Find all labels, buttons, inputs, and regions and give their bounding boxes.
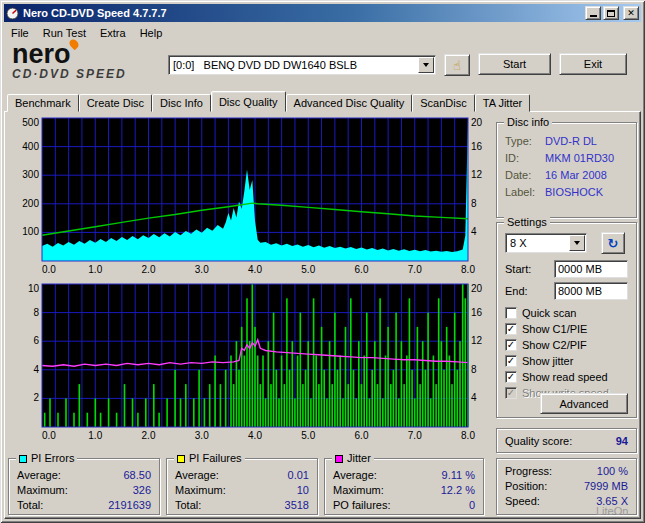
svg-text:1.0: 1.0	[88, 430, 102, 441]
progress-row: Progress:100 %	[497, 463, 636, 478]
svg-text:1.0: 1.0	[88, 264, 102, 275]
position-row: Position:7999 MB	[497, 478, 636, 493]
nero-logo-text: nero	[12, 42, 162, 66]
svg-text:6.0: 6.0	[355, 264, 369, 275]
checkbox-label: Show C2/PIF	[522, 339, 587, 351]
tab-benchmark[interactable]: Benchmark	[7, 94, 79, 112]
jitter-maximum-label: Maximum:	[333, 484, 384, 496]
position-value: 7999 MB	[584, 480, 628, 492]
tab-disc-info[interactable]: Disc Info	[152, 94, 211, 112]
svg-text:4: 4	[471, 392, 477, 403]
maximize-button[interactable]	[603, 6, 619, 20]
pi-errors-chart: 500400300200100201612840.01.02.03.04.05.…	[8, 115, 490, 279]
drive-action-button[interactable]: ☝	[444, 54, 470, 76]
speed-select-dropdown-button[interactable]	[569, 235, 585, 251]
pi-failures-stats-title: PI Failures	[174, 452, 245, 464]
exit-button[interactable]: Exit	[559, 53, 627, 75]
scan-start-label: Start:	[505, 263, 531, 275]
progress-value: 100 %	[597, 465, 628, 477]
svg-text:10: 10	[28, 283, 40, 294]
checkbox-label: Quick scan	[522, 307, 576, 319]
checkbox-show-c2-pif[interactable]: ✓Show C2/PIF	[505, 337, 632, 353]
quality-score-panel: Quality score:94	[496, 428, 637, 453]
checkbox-box[interactable]: ✓	[505, 339, 517, 351]
nero-logo: nero CD·DVD SPEED	[12, 42, 162, 81]
disc-info-panel: Disc info Type:DVD-R DL ID:MKM 01RD30 Da…	[496, 122, 637, 218]
checkbox-show-c1-pie[interactable]: ✓Show C1/PIE	[505, 321, 632, 337]
svg-text:7.0: 7.0	[408, 264, 422, 275]
tab-ta-jitter[interactable]: TA Jitter	[475, 94, 531, 112]
position-label: Position:	[505, 480, 547, 492]
po-failures-value: 0	[469, 499, 475, 511]
drive-select[interactable]: [0:0] BENQ DVD DD DW1640 BSLB	[168, 55, 436, 75]
refresh-speed-button[interactable]: ↻	[601, 232, 625, 254]
svg-text:400: 400	[22, 141, 39, 152]
chevron-down-icon	[423, 63, 429, 67]
pif-maximum-label: Maximum:	[175, 484, 226, 496]
app-icon	[6, 7, 19, 20]
tab-disc-quality[interactable]: Disc Quality	[211, 91, 286, 112]
svg-text:0.0: 0.0	[42, 430, 56, 441]
quality-score-label: Quality score:	[505, 435, 572, 447]
disc-type-label: Type:	[505, 135, 545, 147]
drive-select-dropdown-button[interactable]	[418, 57, 434, 73]
svg-text:5.0: 5.0	[301, 264, 315, 275]
svg-text:8: 8	[471, 364, 477, 375]
drive-select-value: [0:0] BENQ DVD DD DW1640 BSLB	[169, 59, 418, 71]
svg-text:20: 20	[471, 117, 483, 128]
disc-info-title: Disc info	[504, 116, 552, 128]
minimize-icon	[590, 10, 597, 17]
svg-text:12: 12	[471, 169, 483, 180]
scan-end-input[interactable]	[554, 282, 628, 300]
svg-text:5.0: 5.0	[301, 430, 315, 441]
scan-start-input[interactable]	[554, 260, 628, 278]
disc-label-label: Label:	[505, 186, 545, 198]
checkbox-show-read-speed[interactable]: ✓Show read speed	[505, 369, 632, 385]
tab-advanced-disc-quality[interactable]: Advanced Disc Quality	[286, 94, 413, 112]
svg-text:7.0: 7.0	[408, 430, 422, 441]
svg-text:4: 4	[33, 364, 39, 375]
svg-text:6.0: 6.0	[355, 430, 369, 441]
titlebar[interactable]: Nero CD-DVD Speed 4.7.7.7 ✕	[4, 4, 641, 22]
menu-help[interactable]: Help	[133, 25, 170, 41]
svg-text:3.0: 3.0	[195, 430, 209, 441]
settings-checkboxes: Quick scan✓Show C1/PIE✓Show C2/PIF✓Show …	[505, 305, 632, 401]
svg-text:300: 300	[22, 169, 39, 180]
pie-average-value: 68.50	[123, 469, 151, 481]
minimize-button[interactable]	[585, 6, 601, 20]
disc-date-value: 16 Mar 2008	[545, 169, 607, 181]
checkbox-quick-scan[interactable]: Quick scan	[505, 305, 632, 321]
tab-scandisc[interactable]: ScanDisc	[412, 94, 474, 112]
settings-panel: Settings 8 X ↻ Start: End: Quick scan✓Sh…	[496, 222, 637, 418]
close-button[interactable]: ✕	[623, 6, 639, 20]
svg-text:8.0: 8.0	[461, 430, 475, 441]
start-button[interactable]: Start	[478, 53, 551, 75]
advanced-button[interactable]: Advanced	[540, 393, 628, 414]
svg-text:20: 20	[471, 283, 483, 294]
disc-type-value: DVD-R DL	[545, 135, 597, 147]
checkbox-show-jitter[interactable]: ✓Show jitter	[505, 353, 632, 369]
disc-label-value: BIOSHOCK	[545, 186, 603, 198]
jitter-stats-title: Jitter	[332, 452, 374, 464]
svg-text:2: 2	[33, 392, 39, 403]
svg-text:16: 16	[471, 307, 483, 318]
scan-end-label: End:	[505, 285, 528, 297]
jitter-stats-panel: Jitter Average:9.11 % Maximum:12.2 % PO …	[324, 458, 484, 515]
pie-legend-icon	[19, 455, 27, 463]
refresh-icon: ↻	[608, 236, 619, 251]
pie-maximum-value: 326	[133, 484, 151, 496]
settings-title: Settings	[504, 216, 550, 228]
window-title: Nero CD-DVD Speed 4.7.7.7	[23, 7, 583, 19]
svg-text:8: 8	[471, 198, 477, 209]
checkbox-label: Show C1/PIE	[522, 323, 587, 335]
menu-extra[interactable]: Extra	[93, 25, 133, 41]
checkbox-box[interactable]: ✓	[505, 355, 517, 367]
speed-select[interactable]: 8 X	[505, 233, 587, 253]
checkbox-box[interactable]: ✓	[505, 323, 517, 335]
checkbox-box[interactable]: ✓	[505, 371, 517, 383]
checkbox-box[interactable]	[505, 307, 517, 319]
pif-total-value: 3518	[285, 499, 309, 511]
app-window: Nero CD-DVD Speed 4.7.7.7 ✕ File Run Tes…	[0, 0, 645, 523]
tab-create-disc[interactable]: Create Disc	[79, 94, 152, 112]
pif-average-value: 0.01	[288, 469, 309, 481]
